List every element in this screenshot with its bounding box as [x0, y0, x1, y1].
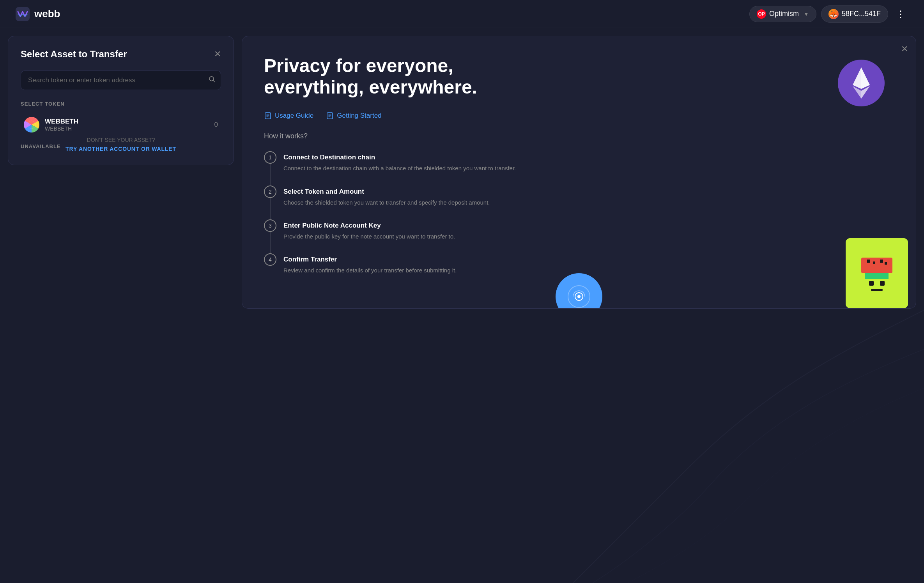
svg-rect-16: [873, 261, 875, 264]
webbeth-icon: [24, 117, 39, 132]
info-title: Privacy for everyone, everything, everyw…: [264, 55, 537, 98]
step-1-number: 1: [264, 151, 276, 164]
step-4-left: 4: [264, 253, 276, 287]
token-symbol: WEBBETH: [45, 125, 78, 132]
token-left: WEBBETH WEBBETH: [24, 117, 78, 132]
info-panel: ✕ Privacy for everyone, everything, ever…: [242, 36, 916, 309]
svg-rect-14: [865, 273, 889, 279]
step-3-title: Enter Public Note Account Key: [283, 222, 894, 230]
svg-point-1: [209, 77, 214, 81]
app-title: webb: [34, 8, 60, 20]
navbar-left: webb: [16, 7, 60, 21]
usage-guide-label: Usage Guide: [275, 112, 313, 120]
svg-rect-15: [867, 260, 870, 263]
token-balance: 0: [214, 121, 218, 129]
steps-list: 1 Connect to Destination chain Connect t…: [264, 151, 894, 287]
svg-point-2: [28, 121, 35, 129]
step-2-content: Select Token and Amount Choose the shiel…: [283, 186, 894, 219]
select-token-label: SELECT TOKEN: [21, 101, 221, 107]
dont-see-text: DON'T SEE YOUR ASSET?: [8, 137, 234, 143]
svg-rect-20: [880, 281, 885, 286]
info-close-button[interactable]: ✕: [901, 44, 908, 54]
usage-guide-link[interactable]: Usage Guide: [264, 112, 313, 120]
svg-rect-21: [871, 289, 883, 291]
search-button[interactable]: [209, 76, 216, 85]
svg-rect-18: [885, 262, 887, 265]
step-3: 3 Enter Public Note Account Key Provide …: [264, 219, 894, 253]
main-content: Select Asset to Transfer ✕ SELECT TOKEN: [0, 28, 924, 583]
step-2-line: [270, 198, 271, 219]
network-icon: OP: [757, 9, 766, 19]
step-1-content: Connect to Destination chain Connect to …: [283, 151, 894, 185]
step-3-left: 3: [264, 219, 276, 253]
step-4-desc: Review and confirm the details of your t…: [283, 266, 894, 275]
getting-started-label: Getting Started: [337, 112, 381, 120]
book-icon-getting-started: [326, 112, 334, 120]
search-container: [21, 71, 221, 90]
how-it-works-label: How it works?: [264, 132, 894, 140]
webb-logo-icon: [16, 7, 30, 21]
svg-rect-19: [869, 281, 874, 286]
step-2: 2 Select Token and Amount Choose the shi…: [264, 186, 894, 219]
step-2-title: Select Token and Amount: [283, 188, 894, 196]
step-1-desc: Connect to the destination chain with a …: [283, 164, 894, 173]
book-icon-usage: [264, 112, 272, 120]
step-3-number: 3: [264, 219, 276, 232]
more-options-button[interactable]: ⋮: [893, 6, 908, 22]
svg-rect-17: [880, 260, 883, 263]
step-3-line: [270, 232, 271, 253]
svg-rect-13: [861, 258, 892, 273]
step-2-desc: Choose the shielded token you want to tr…: [283, 198, 894, 207]
watermelon-nft-card: [846, 238, 908, 308]
modal-footer: DON'T SEE YOUR ASSET? TRY ANOTHER ACCOUN…: [8, 137, 234, 152]
try-another-link[interactable]: TRY ANOTHER ACCOUNT OR WALLET: [65, 146, 176, 152]
modal-close-button[interactable]: ✕: [214, 50, 221, 58]
step-1-title: Connect to Destination chain: [283, 154, 894, 161]
step-3-content: Enter Public Note Account Key Provide th…: [283, 219, 894, 253]
modal-header: Select Asset to Transfer ✕: [21, 49, 221, 60]
token-webbeth[interactable]: WEBBETH WEBBETH 0: [21, 112, 221, 137]
step-4-title: Confirm Transfer: [283, 256, 894, 263]
modal-title: Select Asset to Transfer: [21, 49, 127, 60]
step-1: 1 Connect to Destination chain Connect t…: [264, 151, 894, 185]
chevron-down-icon: ▼: [804, 11, 809, 17]
svg-point-11: [577, 295, 581, 298]
token-name: WEBBETH: [45, 118, 78, 125]
info-links: Usage Guide Getting Started: [264, 112, 894, 120]
search-input[interactable]: [21, 71, 221, 90]
wallet-address: 58FC...541F: [842, 10, 881, 18]
network-selector[interactable]: OP Optimism ▼: [749, 6, 816, 22]
wallet-button[interactable]: 🦊 58FC...541F: [821, 5, 888, 23]
token-info: WEBBETH WEBBETH: [45, 118, 78, 132]
step-2-left: 2: [264, 186, 276, 219]
navbar: webb OP Optimism ▼ 🦊 58FC...541F ⋮: [0, 0, 924, 28]
wallet-avatar: 🦊: [828, 9, 839, 19]
step-1-left: 1: [264, 151, 276, 185]
ethereum-decoration: [838, 60, 885, 106]
svg-rect-9: [327, 113, 333, 119]
step-1-line: [270, 164, 271, 185]
search-icon: [209, 76, 216, 83]
navbar-right: OP Optimism ▼ 🦊 58FC...541F ⋮: [749, 5, 908, 23]
network-name: Optimism: [769, 10, 799, 18]
step-3-desc: Provide the public key for the note acco…: [283, 232, 894, 241]
asset-select-modal: Select Asset to Transfer ✕ SELECT TOKEN: [8, 36, 234, 165]
step-4-number: 4: [264, 253, 276, 266]
step-2-number: 2: [264, 186, 276, 198]
getting-started-link[interactable]: Getting Started: [326, 112, 381, 120]
svg-rect-8: [265, 113, 271, 119]
